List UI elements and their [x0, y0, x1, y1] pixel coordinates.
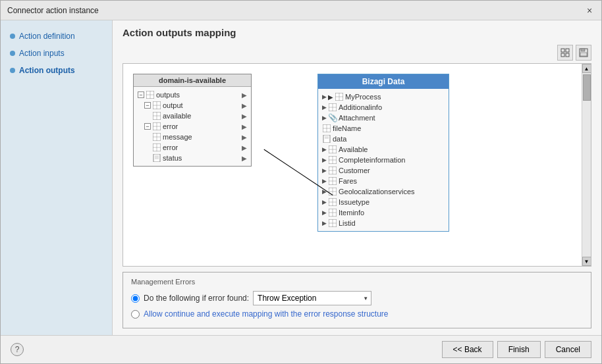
- page-icon: [152, 153, 161, 163]
- arrow-icon: ▶: [239, 144, 247, 151]
- sidebar-item-action-definition[interactable]: Action definition: [7, 30, 105, 42]
- expander-icon[interactable]: −: [144, 123, 151, 130]
- close-button[interactable]: ×: [584, 5, 595, 16]
- node-label: status: [163, 154, 182, 162]
- dialog-footer: ? << Back Finish Cancel: [1, 335, 601, 363]
- left-tree: domain-is-available − outputs ▶: [133, 74, 252, 256]
- radio2-label: Allow continue and execute mapping with …: [144, 309, 389, 319]
- scroll-up-btn[interactable]: ▲: [582, 64, 591, 73]
- tree-node-output: − output ▶: [136, 100, 248, 111]
- arrow-icon: ▶: [239, 91, 247, 99]
- sidebar-item-action-outputs[interactable]: Action outputs: [7, 65, 105, 76]
- radio-throw-exception[interactable]: [131, 294, 140, 303]
- grid-icon: [152, 132, 161, 142]
- scroll-thumb[interactable]: [583, 74, 591, 101]
- biz-node-label: Fares: [339, 177, 357, 185]
- biz-node-label: Issuetype: [339, 198, 369, 206]
- grid-icon: [328, 145, 337, 154]
- biz-node-myprocess: ▶ ▶ MyProcess: [321, 91, 446, 102]
- sidebar-item-label: Action inputs: [19, 49, 65, 58]
- tree-node-status: status ▶: [136, 153, 248, 163]
- sidebar-item-action-inputs[interactable]: Action inputs: [7, 47, 105, 59]
- node-label: error: [163, 143, 178, 151]
- grid-icon: [328, 208, 337, 217]
- svg-rect-39: [323, 135, 330, 143]
- expand-tri[interactable]: ▶: [322, 178, 327, 184]
- expand-tri[interactable]: ▶: [322, 167, 327, 174]
- back-button[interactable]: << Back: [442, 341, 493, 358]
- grid-icon: [152, 122, 161, 131]
- title-bar: Connector action instance ×: [1, 1, 601, 20]
- page-title: Action outputs mapping: [123, 27, 591, 38]
- svg-rect-3: [566, 53, 569, 57]
- arrow-icon: ▶: [239, 123, 247, 130]
- expand-tri[interactable]: ▶: [322, 104, 327, 111]
- biz-node-label: data: [333, 135, 346, 143]
- expander-icon[interactable]: −: [144, 102, 151, 109]
- expand-tri[interactable]: ▶: [322, 220, 327, 226]
- expand-tri[interactable]: ▶: [322, 115, 327, 121]
- save-icon-btn[interactable]: [576, 45, 591, 61]
- node-label: output: [163, 101, 183, 109]
- dialog-title: Connector action instance: [7, 6, 99, 15]
- mapping-inner: domain-is-available − outputs ▶: [123, 64, 582, 266]
- finish-button[interactable]: Finish: [497, 341, 541, 358]
- node-label: message: [163, 133, 192, 141]
- tree-node-outputs: − outputs ▶: [136, 90, 248, 100]
- expand-icon: [561, 48, 570, 57]
- biz-node-attachment: ▶ 📎 Attachment: [321, 113, 446, 123]
- expand-tri2[interactable]: ▶: [328, 93, 333, 101]
- cancel-button[interactable]: Cancel: [545, 341, 591, 358]
- error-action-dropdown[interactable]: Throw Exception Continue Retry: [253, 291, 371, 305]
- biz-node-label: Additionalinfo: [339, 103, 382, 111]
- arrow-icon: ▶: [239, 113, 247, 120]
- connector-dialog: Connector action instance × Action defin…: [0, 0, 602, 364]
- biz-node-fares: ▶ Fares: [321, 176, 446, 186]
- tree-node-message: message ▶: [136, 132, 248, 142]
- mapping-scroll[interactable]: domain-is-available − outputs ▶: [123, 64, 582, 266]
- biz-node-listid: ▶ Listid: [321, 218, 446, 228]
- grid-icon: [328, 176, 337, 186]
- radio1-label: Do the following if error found:: [144, 294, 249, 303]
- scroll-down-btn[interactable]: ▼: [582, 257, 591, 266]
- grid-icon: [328, 187, 337, 196]
- expand-tri[interactable]: ▶: [322, 209, 327, 216]
- help-button[interactable]: ?: [11, 343, 24, 356]
- svg-rect-2: [561, 53, 564, 57]
- node-label: error: [163, 122, 178, 130]
- expand-icon-btn[interactable]: [557, 45, 573, 61]
- radio-row-1: Do the following if error found: Throw E…: [131, 291, 583, 305]
- biz-node-label: Completeinformation: [339, 156, 406, 164]
- radio-allow-continue[interactable]: [131, 310, 140, 319]
- biz-node-label: Attachment: [339, 114, 375, 122]
- node-label: available: [163, 112, 191, 120]
- expand-tri[interactable]: ▶: [322, 146, 327, 153]
- mapping-area: domain-is-available − outputs ▶: [123, 63, 591, 267]
- biz-node-iteminfo: ▶ Iteminfo: [321, 207, 446, 218]
- arrow-icon: ▶: [239, 102, 247, 109]
- biz-node-label: fileName: [333, 124, 361, 132]
- grid-icon: [328, 103, 337, 112]
- expand-tri[interactable]: ▶: [322, 199, 327, 205]
- grid-icon: [152, 143, 161, 152]
- expand-tri[interactable]: ▶: [322, 93, 327, 100]
- biz-node-filename: fileName: [321, 123, 446, 134]
- save-icon: [579, 48, 588, 57]
- expand-tri[interactable]: ▶: [322, 157, 327, 163]
- sidebar-item-label: Action outputs: [19, 66, 75, 75]
- biz-node-label: Listid: [339, 219, 356, 227]
- sidebar-item-label: Action definition: [19, 32, 75, 41]
- grid-icon: [335, 92, 344, 101]
- management-errors-title: Management Errors: [131, 278, 583, 286]
- footer-buttons: << Back Finish Cancel: [442, 341, 591, 358]
- expander-icon[interactable]: −: [138, 91, 144, 98]
- dialog-body: Action definition Action inputs Action o…: [1, 20, 601, 335]
- biz-node-available: ▶ Available: [321, 144, 446, 155]
- expand-tri[interactable]: ▶: [322, 188, 327, 195]
- tree-node-error2: error ▶: [136, 142, 248, 153]
- left-tree-box: domain-is-available − outputs ▶: [133, 74, 252, 167]
- dot-icon: [10, 34, 15, 39]
- toolbar-icons: [123, 45, 591, 61]
- mapping-container: domain-is-available − outputs ▶: [123, 63, 591, 328]
- grid-icon: [328, 197, 337, 207]
